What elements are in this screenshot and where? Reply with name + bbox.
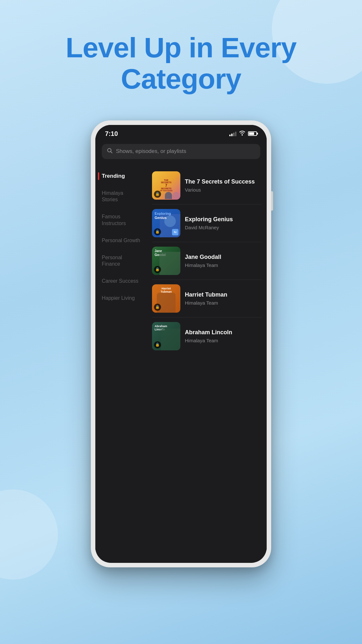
sidebar-item-personal-growth[interactable]: Personal Growth bbox=[95, 232, 147, 249]
status-time: 7:10 bbox=[105, 130, 118, 137]
signal-bar-1 bbox=[229, 135, 231, 136]
podcast-list: The Secrets 7 SECRETS OF SUCCESS bbox=[147, 164, 267, 551]
sidebar-item-trending[interactable]: Trending bbox=[95, 167, 147, 185]
podcast-info-harriet: Harriet Tubman Himalaya Team bbox=[185, 291, 262, 305]
thumb-text-secrets2: SECRETS bbox=[160, 187, 172, 190]
signal-bar-3 bbox=[233, 133, 234, 136]
podcast-author-exploring: David McRaney bbox=[185, 225, 262, 230]
podcast-item-lincoln[interactable]: AbrahamLincoln 🔒 Abraham Lincoln Himalay… bbox=[152, 317, 262, 355]
search-placeholder: Shows, episodes, or playlists bbox=[116, 148, 186, 155]
podcast-info-lincoln: Abraham Lincoln Himalaya Team bbox=[185, 329, 262, 343]
search-bar[interactable]: Shows, episodes, or playlists bbox=[102, 144, 260, 159]
sidebar-label-personal-growth: Personal Growth bbox=[102, 238, 140, 243]
thumb-persons bbox=[165, 192, 180, 199]
podcast-author-secrets: Various bbox=[185, 187, 262, 193]
status-icons bbox=[229, 130, 257, 137]
lock-badge-harriet: 🔒 bbox=[154, 304, 161, 311]
wifi-icon bbox=[239, 130, 245, 137]
lock-badge-lincoln: 🔒 bbox=[154, 341, 161, 348]
hero-title-line1: Level Up in Every bbox=[66, 32, 297, 63]
podcast-thumb-goodall: JaneGoodal 🔒 bbox=[152, 247, 180, 275]
status-bar: 7:10 bbox=[95, 125, 267, 140]
thumb-secrets-content: The Secrets 7 SECRETS OF SUCCESS bbox=[160, 179, 172, 192]
person-2 bbox=[173, 192, 180, 199]
hero-title: Level Up in Every Category bbox=[26, 32, 336, 95]
podcast-info-secrets: The 7 Secrets of Success Various bbox=[185, 178, 262, 192]
podcast-info-goodall: Jane Goodall Himalaya Team bbox=[185, 253, 262, 268]
podcast-title-goodall: Jane Goodall bbox=[185, 253, 262, 261]
sidebar-item-career-success[interactable]: Career Success bbox=[95, 273, 147, 290]
battery-fill bbox=[249, 132, 254, 135]
podcast-item-exploring[interactable]: Exploring Genius hi 🔒 Exploring Genius bbox=[152, 204, 262, 242]
podcast-item-harriet[interactable]: HarrietTubman 🔒 Harriet Tubman Himalaya … bbox=[152, 280, 262, 317]
podcast-thumb-harriet: HarrietTubman 🔒 bbox=[152, 284, 180, 313]
search-container: Shows, episodes, or playlists bbox=[95, 140, 267, 164]
sidebar-label-trending: Trending bbox=[102, 173, 125, 179]
signal-bar-4 bbox=[235, 132, 236, 136]
phone-wrapper: 7:10 bbox=[0, 120, 362, 567]
sidebar-label-himalaya-stories: Himalaya Stories bbox=[102, 190, 123, 203]
podcast-thumb-exploring: Exploring Genius hi 🔒 bbox=[152, 209, 180, 237]
hero-section: Level Up in Every Category bbox=[0, 0, 362, 114]
thumb-text-7: 7 bbox=[160, 184, 172, 187]
podcast-author-harriet: Himalaya Team bbox=[185, 300, 262, 306]
thumb-exploring-word: Exploring bbox=[155, 212, 171, 215]
sidebar-label-career-success: Career Success bbox=[102, 278, 138, 284]
thumb-text-the: The bbox=[160, 179, 172, 181]
sidebar-label-happier-living: Happier Living bbox=[102, 295, 135, 301]
phone-screen: 7:10 bbox=[95, 125, 267, 563]
sidebar: Trending Himalaya Stories Famous Instruc… bbox=[95, 164, 147, 551]
content-area: Trending Himalaya Stories Famous Instruc… bbox=[95, 164, 267, 551]
thumb-person-goodall bbox=[159, 252, 180, 275]
sidebar-item-personal-finance[interactable]: Personal Finance bbox=[95, 249, 147, 273]
thumb-text-of-success: OF SUCCESS bbox=[160, 190, 172, 192]
svg-line-1 bbox=[111, 151, 112, 153]
lock-badge-exploring: 🔒 bbox=[154, 228, 161, 235]
thumb-exploring-title: Exploring Genius bbox=[155, 212, 171, 220]
podcast-thumb-lincoln: AbrahamLincoln 🔒 bbox=[152, 322, 180, 350]
person-1 bbox=[165, 192, 172, 199]
lock-badge-secrets: 🔒 bbox=[154, 191, 161, 198]
sidebar-item-happier-living[interactable]: Happier Living bbox=[95, 290, 147, 307]
podcast-title-lincoln: Abraham Lincoln bbox=[185, 329, 262, 336]
phone-side-button bbox=[271, 191, 273, 211]
sidebar-item-himalaya-stories[interactable]: Himalaya Stories bbox=[95, 185, 147, 209]
podcast-info-exploring: Exploring Genius David McRaney bbox=[185, 216, 262, 230]
podcast-item-goodall[interactable]: JaneGoodal 🔒 Jane Goodall Himalaya Team bbox=[152, 242, 262, 280]
podcast-title-secrets: The 7 Secrets of Success bbox=[185, 178, 262, 185]
lock-badge-goodall: 🔒 bbox=[154, 266, 161, 273]
podcast-thumb-secrets: The Secrets 7 SECRETS OF SUCCESS bbox=[152, 171, 180, 200]
signal-bar-2 bbox=[231, 134, 233, 136]
signal-icon bbox=[229, 131, 236, 136]
podcast-title-exploring: Exploring Genius bbox=[185, 216, 262, 223]
search-icon bbox=[107, 148, 113, 155]
thumb-hi-badge: hi bbox=[172, 229, 178, 235]
hero-title-line2: Category bbox=[121, 63, 241, 95]
podcast-item-secrets[interactable]: The Secrets 7 SECRETS OF SUCCESS bbox=[152, 167, 262, 204]
thumb-exploring-genius: Genius bbox=[155, 216, 167, 220]
sidebar-item-famous-instructors[interactable]: Famous Instructors bbox=[95, 208, 147, 232]
podcast-author-lincoln: Himalaya Team bbox=[185, 338, 262, 343]
phone-device: 7:10 bbox=[91, 120, 271, 567]
podcast-title-harriet: Harriet Tubman bbox=[185, 291, 262, 298]
sidebar-label-famous-instructors: Famous Instructors bbox=[102, 214, 126, 226]
podcast-author-goodall: Himalaya Team bbox=[185, 262, 262, 268]
battery-icon bbox=[248, 131, 257, 136]
sidebar-label-personal-finance: Personal Finance bbox=[102, 255, 122, 267]
thumb-person-lincoln bbox=[161, 328, 180, 350]
